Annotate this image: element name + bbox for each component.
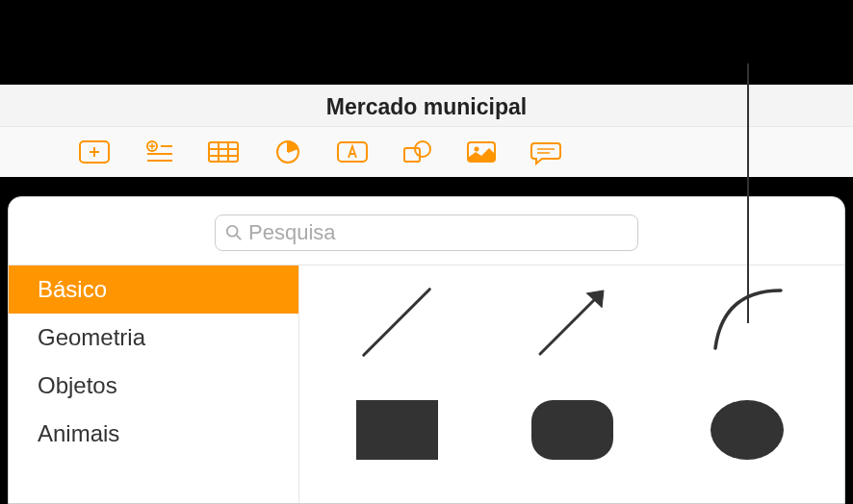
line-shape[interactable] [319,283,475,362]
circle-shape[interactable] [669,391,825,469]
callout-line [747,63,749,323]
svg-line-26 [540,294,600,354]
table-button[interactable] [202,137,245,167]
sidebar-item-basico[interactable]: Básico [9,265,298,314]
chart-button[interactable] [267,137,309,167]
shapes-grid [299,265,844,504]
search-input[interactable]: Pesquisa [215,214,638,251]
image-icon [464,139,499,165]
text-box-icon [335,139,370,165]
window: Mercado municipal [0,85,853,177]
page-title: Mercado municipal [0,85,853,127]
rounded-square-shape[interactable] [494,391,650,469]
search-icon [225,224,243,241]
shapes-popover: Pesquisa Básico Geometria Objetos Animai… [8,196,845,504]
sidebar-item-label: Geometria [38,324,145,350]
search-area: Pesquisa [9,197,844,265]
svg-line-25 [237,236,242,240]
sidebar-item-label: Objetos [38,372,117,398]
sidebar-item-geometria[interactable]: Geometria [9,314,298,362]
toolbar [0,127,853,177]
shapes-icon [400,139,434,165]
text-button[interactable] [331,137,374,167]
sidebar-item-label: Animais [38,420,119,446]
category-sidebar: Básico Geometria Objetos Animais [9,265,299,504]
search-placeholder: Pesquisa [248,220,336,245]
shape-button[interactable] [396,137,438,167]
plus-list-icon [142,139,176,165]
svg-rect-9 [209,142,238,162]
svg-point-24 [227,226,238,237]
arrow-shape[interactable] [494,283,650,362]
square-shape[interactable] [319,391,475,469]
comment-button[interactable] [525,137,567,167]
media-button[interactable] [460,137,503,167]
comment-icon [529,139,563,165]
plus-square-icon [77,139,112,165]
svg-point-21 [475,147,479,152]
table-icon [206,139,241,165]
pie-chart-icon [271,139,305,165]
sidebar-item-objetos[interactable]: Objetos [9,362,298,410]
sidebar-item-label: Básico [38,276,107,302]
add-list-button[interactable] [138,137,180,167]
sidebar-item-animais[interactable]: Animais [9,410,298,458]
add-button[interactable] [73,137,116,167]
